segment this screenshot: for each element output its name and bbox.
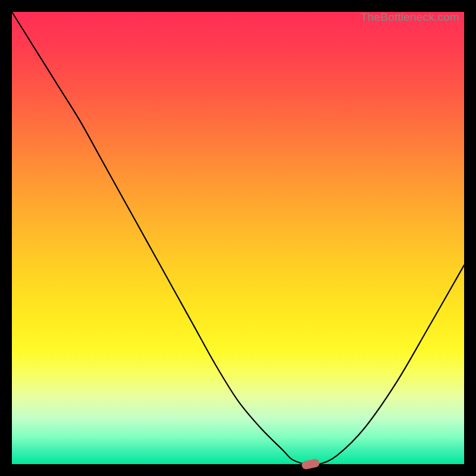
curve-svg — [12, 12, 464, 464]
plot-area: TheBottleneck.com — [12, 12, 464, 464]
chart-container: TheBottleneck.com — [0, 0, 476, 476]
bottleneck-curve — [12, 12, 464, 465]
